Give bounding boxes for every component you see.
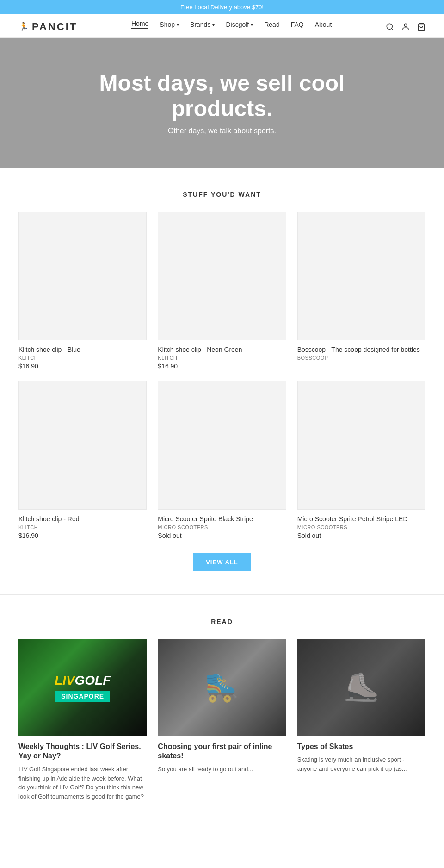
product-brand-0: KLITCH	[18, 355, 147, 361]
svg-line-1	[391, 28, 393, 30]
product-name-2: Bosscoop - The scoop designed for bottle…	[297, 346, 426, 353]
product-name-3: Klitch shoe clip - Red	[18, 515, 147, 523]
nav-about[interactable]: About	[315, 21, 332, 28]
product-card-5[interactable]: Micro Scooter Sprite Petrol Stripe LED M…	[297, 381, 426, 539]
product-image-0	[18, 212, 147, 340]
product-card-4[interactable]: Micro Scooter Sprite Black Stripe MICRO …	[158, 381, 286, 539]
blog-card-1[interactable]: 🛼 Choosing your first pair of inline ska…	[158, 639, 286, 801]
livgolf-logo: LIVGOLF	[55, 673, 111, 688]
blog-image-2: ⛸️	[297, 639, 426, 736]
product-card-2[interactable]: Bosscoop - The scoop designed for bottle…	[297, 212, 426, 370]
announcement-text: Free Local Delivery above $70!	[180, 4, 264, 11]
blog-image-0: LIVGOLF SINGAPORE	[18, 639, 147, 736]
skates-icon: ⛸️	[344, 671, 379, 704]
user-icon	[401, 23, 410, 31]
hero-heading: Most days, we sell cool products.	[83, 70, 361, 121]
shop-chevron-icon: ▾	[177, 22, 179, 27]
cart-button[interactable]	[417, 23, 426, 31]
products-section: STUFF YOU'D WANT Klitch shoe clip - Blue…	[0, 168, 444, 594]
product-image-2	[297, 212, 426, 340]
product-card-1[interactable]: Klitch shoe clip - Neon Green KLITCH $16…	[158, 212, 286, 370]
product-image-5	[297, 381, 426, 509]
product-brand-3: KLITCH	[18, 525, 147, 530]
product-brand-1: KLITCH	[158, 355, 286, 361]
cart-icon	[417, 23, 426, 31]
inline-skate-icon: 🛼	[204, 671, 239, 704]
discgolf-chevron-icon: ▾	[251, 22, 253, 27]
product-status-4: Sold out	[158, 532, 286, 539]
nav-brands[interactable]: Brands ▾	[190, 21, 215, 28]
logo[interactable]: 🏃 PANCIT	[18, 21, 77, 33]
product-name-4: Micro Scooter Sprite Black Stripe	[158, 515, 286, 523]
blog-title-0: Weekly Thoughts : LIV Golf Series. Yay o…	[18, 742, 147, 762]
view-all-button[interactable]: VIEW ALL	[193, 553, 251, 571]
svg-point-0	[387, 24, 392, 29]
blog-excerpt-2: Skating is very much an inclusive sport …	[297, 755, 426, 773]
search-icon	[386, 23, 394, 31]
blog-card-0[interactable]: LIVGOLF SINGAPORE Weekly Thoughts : LIV …	[18, 639, 147, 801]
blog-title-1: Choosing your first pair of inline skate…	[158, 742, 286, 762]
nav-home[interactable]: Home	[131, 20, 148, 29]
products-section-title: STUFF YOU'D WANT	[18, 191, 426, 198]
product-price-3: $16.90	[18, 532, 147, 539]
nav-shop[interactable]: Shop ▾	[160, 21, 179, 28]
product-name-1: Klitch shoe clip - Neon Green	[158, 346, 286, 353]
header-icons	[386, 23, 426, 31]
product-name-5: Micro Scooter Sprite Petrol Stripe LED	[297, 515, 426, 523]
nav-faq[interactable]: FAQ	[291, 21, 304, 28]
search-button[interactable]	[386, 23, 394, 31]
site-header: 🏃 PANCIT Home Shop ▾ Brands ▾ Discgolf ▾…	[0, 14, 444, 38]
product-card-0[interactable]: Klitch shoe clip - Blue KLITCH $16.90	[18, 212, 147, 370]
logo-icon: 🏃	[18, 22, 30, 32]
login-button[interactable]	[401, 23, 410, 31]
blog-excerpt-1: So you are all ready to go out and...	[158, 765, 286, 774]
svg-point-2	[404, 24, 407, 26]
product-grid: Klitch shoe clip - Blue KLITCH $16.90 Kl…	[18, 212, 426, 539]
product-image-4	[158, 381, 286, 509]
blog-title-2: Types of Skates	[297, 742, 426, 752]
blog-grid: LIVGOLF SINGAPORE Weekly Thoughts : LIV …	[18, 639, 426, 801]
product-name-0: Klitch shoe clip - Blue	[18, 346, 147, 353]
nav-discgolf[interactable]: Discgolf ▾	[226, 21, 253, 28]
product-image-3	[18, 381, 147, 509]
product-price-0: $16.90	[18, 362, 147, 370]
announcement-bar: Free Local Delivery above $70!	[0, 0, 444, 14]
blog-section-title: READ	[18, 618, 426, 625]
main-nav: Home Shop ▾ Brands ▾ Discgolf ▾ Read FAQ…	[131, 20, 332, 34]
blog-card-2[interactable]: ⛸️ Types of Skates Skating is very much …	[297, 639, 426, 801]
blog-section: READ LIVGOLF SINGAPORE Weekly Thoughts :…	[0, 595, 444, 824]
product-brand-5: MICRO SCOOTERS	[297, 525, 426, 530]
view-all-wrapper: VIEW ALL	[18, 553, 426, 571]
product-status-5: Sold out	[297, 532, 426, 539]
product-price-1: $16.90	[158, 362, 286, 370]
livgolf-location: SINGAPORE	[56, 691, 110, 702]
product-brand-2: BOSSCOOP	[297, 355, 426, 361]
nav-read[interactable]: Read	[264, 21, 279, 28]
product-card-3[interactable]: Klitch shoe clip - Red KLITCH $16.90	[18, 381, 147, 539]
brands-chevron-icon: ▾	[212, 22, 215, 27]
blog-image-1: 🛼	[158, 639, 286, 736]
hero-section: Most days, we sell cool products. Other …	[0, 38, 444, 168]
product-image-1	[158, 212, 286, 340]
product-brand-4: MICRO SCOOTERS	[158, 525, 286, 530]
logo-text: PANCIT	[32, 21, 77, 33]
blog-excerpt-0: LIV Golf Singapore ended last week after…	[18, 765, 147, 801]
hero-subheading: Other days, we talk about sports.	[168, 127, 276, 135]
